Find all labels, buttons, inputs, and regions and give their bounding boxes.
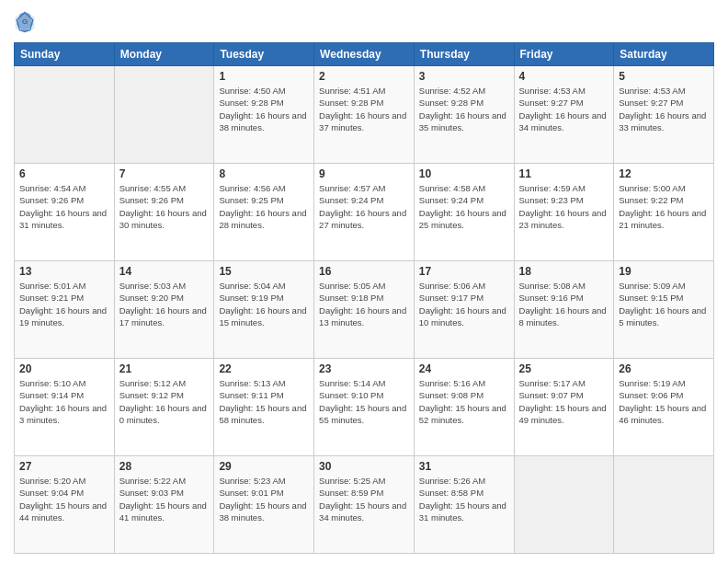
calendar-cell: 5 Sunrise: 4:53 AM Sunset: 9:27 PM Dayli… <box>614 66 714 164</box>
calendar-cell: 12 Sunrise: 5:00 AM Sunset: 9:22 PM Dayl… <box>614 164 714 261</box>
weekday-header-wednesday: Wednesday <box>314 43 415 66</box>
day-number: 11 <box>519 167 609 180</box>
day-info: Sunrise: 5:26 AM Sunset: 8:58 PM Dayligh… <box>419 475 509 523</box>
day-info: Sunrise: 4:50 AM Sunset: 9:28 PM Dayligh… <box>219 85 309 133</box>
calendar-cell: 30 Sunrise: 5:25 AM Sunset: 8:59 PM Dayl… <box>314 456 415 554</box>
weekday-header-sunday: Sunday <box>15 43 115 66</box>
calendar-cell <box>614 456 714 554</box>
weekday-header-thursday: Thursday <box>414 43 514 66</box>
weekday-header-monday: Monday <box>114 43 214 66</box>
day-info: Sunrise: 5:13 AM Sunset: 9:11 PM Dayligh… <box>219 377 309 426</box>
logo: G <box>14 9 40 35</box>
calendar-cell <box>15 66 115 164</box>
day-number: 31 <box>419 460 509 473</box>
day-info: Sunrise: 4:59 AM Sunset: 9:23 PM Dayligh… <box>519 182 609 231</box>
calendar-cell <box>514 456 614 554</box>
calendar-cell: 2 Sunrise: 4:51 AM Sunset: 9:28 PM Dayli… <box>314 66 415 164</box>
day-number: 24 <box>419 362 509 375</box>
calendar-cell: 7 Sunrise: 4:55 AM Sunset: 9:26 PM Dayli… <box>114 164 214 261</box>
day-info: Sunrise: 5:14 AM Sunset: 9:10 PM Dayligh… <box>319 377 409 426</box>
weekday-header-tuesday: Tuesday <box>214 43 314 66</box>
day-info: Sunrise: 4:56 AM Sunset: 9:25 PM Dayligh… <box>219 182 309 231</box>
day-number: 17 <box>419 265 509 278</box>
day-number: 25 <box>519 362 609 375</box>
day-number: 30 <box>319 460 409 473</box>
day-number: 18 <box>519 265 609 278</box>
day-info: Sunrise: 4:55 AM Sunset: 9:26 PM Dayligh… <box>119 182 210 231</box>
day-info: Sunrise: 5:17 AM Sunset: 9:07 PM Dayligh… <box>519 377 609 426</box>
day-info: Sunrise: 5:06 AM Sunset: 9:17 PM Dayligh… <box>419 280 509 328</box>
day-info: Sunrise: 5:23 AM Sunset: 9:01 PM Dayligh… <box>219 475 309 523</box>
svg-text:G: G <box>22 17 28 26</box>
calendar-cell: 18 Sunrise: 5:08 AM Sunset: 9:16 PM Dayl… <box>514 261 614 359</box>
day-info: Sunrise: 4:51 AM Sunset: 9:28 PM Dayligh… <box>319 85 409 133</box>
day-info: Sunrise: 4:52 AM Sunset: 9:28 PM Dayligh… <box>419 85 509 133</box>
day-info: Sunrise: 5:20 AM Sunset: 9:04 PM Dayligh… <box>19 475 109 523</box>
day-info: Sunrise: 5:25 AM Sunset: 8:59 PM Dayligh… <box>319 475 409 523</box>
day-number: 22 <box>219 362 309 375</box>
day-number: 3 <box>419 70 509 83</box>
day-number: 28 <box>119 460 210 473</box>
day-number: 7 <box>119 167 210 180</box>
calendar-cell: 27 Sunrise: 5:20 AM Sunset: 9:04 PM Dayl… <box>15 456 115 554</box>
day-info: Sunrise: 5:00 AM Sunset: 9:22 PM Dayligh… <box>619 182 709 231</box>
day-number: 1 <box>219 70 309 83</box>
day-number: 8 <box>219 167 309 180</box>
calendar-cell: 29 Sunrise: 5:23 AM Sunset: 9:01 PM Dayl… <box>214 456 314 554</box>
page: G SundayMondayTuesdayWednesdayThursdayFr… <box>0 0 728 563</box>
calendar-cell: 13 Sunrise: 5:01 AM Sunset: 9:21 PM Dayl… <box>15 261 115 359</box>
calendar-body: 1 Sunrise: 4:50 AM Sunset: 9:28 PM Dayli… <box>15 66 714 554</box>
calendar-cell: 17 Sunrise: 5:06 AM Sunset: 9:17 PM Dayl… <box>414 261 514 359</box>
calendar-cell: 16 Sunrise: 5:05 AM Sunset: 9:18 PM Dayl… <box>314 261 415 359</box>
calendar-cell: 21 Sunrise: 5:12 AM Sunset: 9:12 PM Dayl… <box>114 359 214 456</box>
day-number: 20 <box>19 362 109 375</box>
day-number: 14 <box>119 265 210 278</box>
day-info: Sunrise: 5:12 AM Sunset: 9:12 PM Dayligh… <box>119 377 210 426</box>
calendar-cell: 19 Sunrise: 5:09 AM Sunset: 9:15 PM Dayl… <box>614 261 714 359</box>
calendar-cell: 24 Sunrise: 5:16 AM Sunset: 9:08 PM Dayl… <box>414 359 514 456</box>
day-number: 19 <box>619 265 709 278</box>
day-info: Sunrise: 5:10 AM Sunset: 9:14 PM Dayligh… <box>19 377 109 426</box>
day-info: Sunrise: 5:01 AM Sunset: 9:21 PM Dayligh… <box>19 280 109 328</box>
calendar-cell: 14 Sunrise: 5:03 AM Sunset: 9:20 PM Dayl… <box>114 261 214 359</box>
week-row-5: 27 Sunrise: 5:20 AM Sunset: 9:04 PM Dayl… <box>15 456 714 554</box>
calendar-cell: 4 Sunrise: 4:53 AM Sunset: 9:27 PM Dayli… <box>514 66 614 164</box>
day-info: Sunrise: 5:09 AM Sunset: 9:15 PM Dayligh… <box>619 280 709 328</box>
calendar: SundayMondayTuesdayWednesdayThursdayFrid… <box>14 42 714 554</box>
day-number: 9 <box>319 167 409 180</box>
day-number: 27 <box>19 460 109 473</box>
calendar-cell: 10 Sunrise: 4:58 AM Sunset: 9:24 PM Dayl… <box>414 164 514 261</box>
weekday-header-saturday: Saturday <box>614 43 714 66</box>
week-row-1: 1 Sunrise: 4:50 AM Sunset: 9:28 PM Dayli… <box>15 66 714 164</box>
day-number: 15 <box>219 265 309 278</box>
calendar-cell: 23 Sunrise: 5:14 AM Sunset: 9:10 PM Dayl… <box>314 359 415 456</box>
day-number: 13 <box>19 265 109 278</box>
day-number: 10 <box>419 167 509 180</box>
calendar-cell: 11 Sunrise: 4:59 AM Sunset: 9:23 PM Dayl… <box>514 164 614 261</box>
calendar-cell: 20 Sunrise: 5:10 AM Sunset: 9:14 PM Dayl… <box>15 359 115 456</box>
calendar-cell: 8 Sunrise: 4:56 AM Sunset: 9:25 PM Dayli… <box>214 164 314 261</box>
weekday-row: SundayMondayTuesdayWednesdayThursdayFrid… <box>15 43 714 66</box>
day-number: 26 <box>619 362 709 375</box>
day-number: 4 <box>519 70 609 83</box>
day-number: 2 <box>319 70 409 83</box>
day-info: Sunrise: 5:16 AM Sunset: 9:08 PM Dayligh… <box>419 377 509 426</box>
day-number: 5 <box>619 70 709 83</box>
calendar-cell: 15 Sunrise: 5:04 AM Sunset: 9:19 PM Dayl… <box>214 261 314 359</box>
header: G <box>14 9 714 35</box>
day-info: Sunrise: 5:05 AM Sunset: 9:18 PM Dayligh… <box>319 280 409 328</box>
calendar-cell: 25 Sunrise: 5:17 AM Sunset: 9:07 PM Dayl… <box>514 359 614 456</box>
calendar-cell: 31 Sunrise: 5:26 AM Sunset: 8:58 PM Dayl… <box>414 456 514 554</box>
week-row-3: 13 Sunrise: 5:01 AM Sunset: 9:21 PM Dayl… <box>15 261 714 359</box>
calendar-cell: 1 Sunrise: 4:50 AM Sunset: 9:28 PM Dayli… <box>214 66 314 164</box>
calendar-cell <box>114 66 214 164</box>
day-info: Sunrise: 4:58 AM Sunset: 9:24 PM Dayligh… <box>419 182 509 231</box>
calendar-header: SundayMondayTuesdayWednesdayThursdayFrid… <box>15 43 714 66</box>
calendar-cell: 3 Sunrise: 4:52 AM Sunset: 9:28 PM Dayli… <box>414 66 514 164</box>
weekday-header-friday: Friday <box>514 43 614 66</box>
week-row-2: 6 Sunrise: 4:54 AM Sunset: 9:26 PM Dayli… <box>15 164 714 261</box>
calendar-cell: 26 Sunrise: 5:19 AM Sunset: 9:06 PM Dayl… <box>614 359 714 456</box>
day-number: 12 <box>619 167 709 180</box>
day-info: Sunrise: 4:53 AM Sunset: 9:27 PM Dayligh… <box>619 85 709 133</box>
calendar-cell: 6 Sunrise: 4:54 AM Sunset: 9:26 PM Dayli… <box>15 164 115 261</box>
